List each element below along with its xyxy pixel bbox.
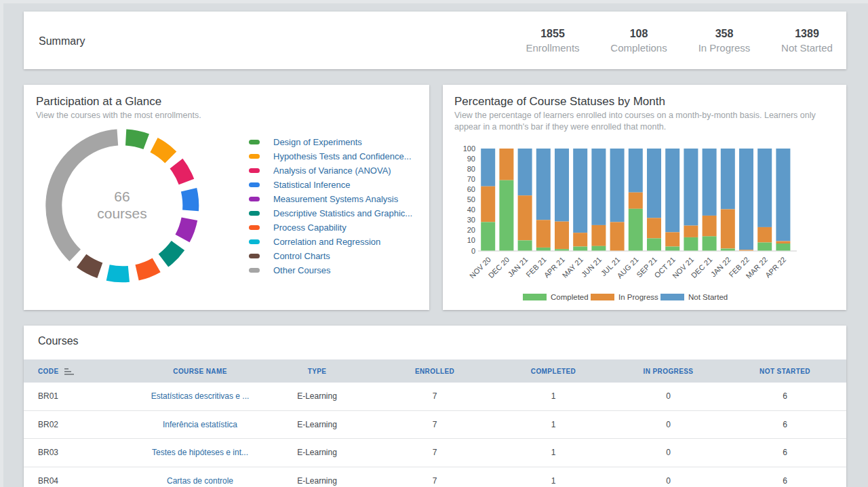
svg-text:100: 100 — [463, 144, 475, 153]
svg-text:MAY 21: MAY 21 — [561, 255, 585, 279]
svg-text:APR 22: APR 22 — [764, 255, 787, 279]
svg-text:50: 50 — [467, 195, 475, 203]
svg-text:70: 70 — [467, 175, 475, 183]
svg-text:0: 0 — [471, 247, 475, 255]
svg-text:80: 80 — [467, 165, 475, 173]
svg-text:90: 90 — [467, 155, 475, 163]
svg-text:60: 60 — [467, 185, 475, 193]
svg-text:20: 20 — [467, 226, 475, 234]
svg-text:30: 30 — [467, 216, 475, 224]
svg-text:10: 10 — [467, 236, 475, 244]
svg-text:40: 40 — [467, 206, 475, 214]
svg-text:JUN 21: JUN 21 — [580, 255, 603, 278]
